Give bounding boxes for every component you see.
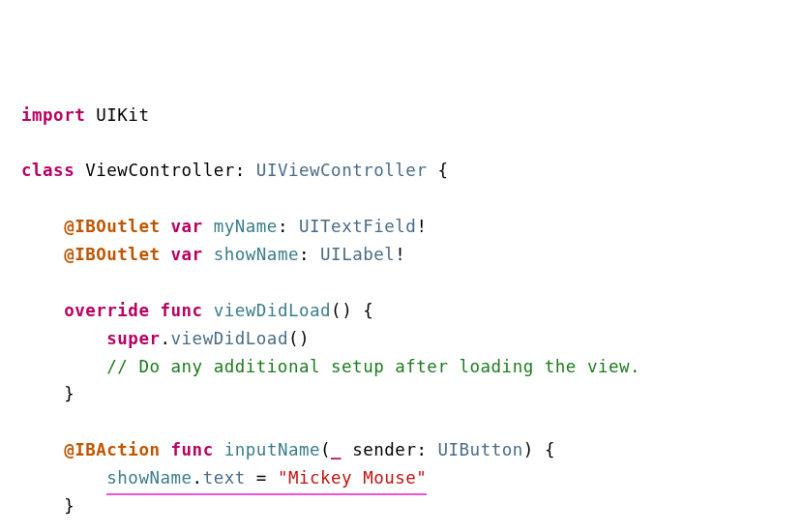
equals: =: [246, 468, 278, 488]
underscore: _: [331, 440, 342, 459]
keyword-var: var: [171, 245, 203, 264]
class-name: ViewController: [85, 161, 235, 180]
keyword-super: super: [106, 329, 160, 348]
highlighted-line: showName.text = "Mickey Mouse": [106, 464, 427, 492]
type-uitextfield: UITextField: [299, 217, 416, 236]
bang: !: [395, 245, 405, 264]
colon: :: [299, 245, 310, 264]
keyword-class: class: [21, 161, 74, 180]
ident-showname: showName: [106, 468, 192, 488]
keyword-override: override: [64, 301, 149, 320]
string-literal: "Mickey Mouse": [278, 468, 428, 488]
parens: (): [288, 329, 310, 348]
call-viewdidload: viewDidLoad: [171, 329, 288, 348]
keyword-func: func: [161, 301, 203, 320]
func-inputname: inputName: [224, 440, 320, 459]
attr-iboutlet: @IBOutlet: [64, 217, 160, 236]
brace-close: }: [64, 384, 74, 403]
type-uibutton: UIButton: [438, 440, 523, 459]
colon: :: [416, 440, 427, 459]
ident-showname: showName: [214, 245, 299, 264]
keyword-func: func: [171, 440, 214, 459]
rparen: ): [523, 440, 534, 459]
keyword-var: var: [171, 217, 203, 236]
ident-myname: myName: [214, 217, 278, 236]
module-uikit: UIKit: [96, 105, 149, 125]
code-block: import UIKit class ViewController: UIVie…: [21, 102, 782, 532]
comment-line: // Do any additional setup after loading…: [106, 357, 640, 376]
colon: :: [278, 217, 288, 236]
keyword-import: import: [21, 105, 85, 125]
type-uiviewcontroller: UIViewController: [256, 161, 428, 180]
brace-open: {: [545, 440, 555, 459]
brace-close: }: [64, 496, 74, 516]
dot: .: [193, 468, 203, 488]
func-viewdidload: viewDidLoad: [214, 301, 331, 320]
brace-open: {: [437, 161, 448, 180]
attr-ibaction: @IBAction: [64, 440, 160, 459]
lparen: (: [320, 440, 331, 459]
type-uilabel: UILabel: [320, 245, 395, 264]
prop-text: text: [203, 468, 246, 488]
dot: .: [160, 329, 170, 348]
param-sender: sender: [352, 440, 416, 459]
bang: !: [416, 217, 427, 236]
brace-open: {: [363, 301, 373, 320]
parens: (): [331, 301, 352, 320]
attr-iboutlet: @IBOutlet: [64, 245, 160, 264]
colon: :: [235, 161, 246, 180]
